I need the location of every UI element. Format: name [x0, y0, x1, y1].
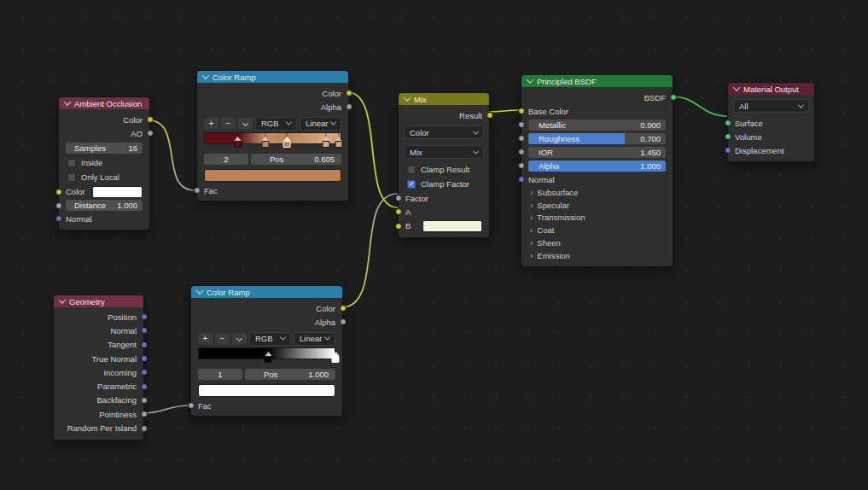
socket-ior-input[interactable] [518, 149, 525, 155]
b-color-swatch[interactable] [422, 220, 482, 232]
roughness-slider[interactable]: Roughness 0.700 [528, 133, 666, 144]
input-label: Normal [66, 214, 92, 224]
active-stop-color-swatch[interactable] [198, 384, 335, 397]
socket-result-output[interactable] [486, 112, 493, 119]
active-stop-index-field[interactable]: 1 [198, 369, 242, 380]
socket-color-output[interactable] [346, 90, 352, 96]
node-color-ramp-bottom[interactable]: Color Ramp Color Alpha + − RGB Linear 1 … [190, 285, 343, 417]
remove-stop-button[interactable]: − [215, 333, 230, 344]
node-editor-canvas[interactable]: Ambient Occlusion Color AO Samples 16 In… [0, 0, 868, 490]
socket-bsdf-output[interactable] [670, 94, 677, 101]
socket-parametric-output[interactable] [141, 383, 148, 390]
data-type-dropdown[interactable]: Color [404, 125, 484, 139]
output-target-dropdown[interactable]: All [733, 99, 809, 113]
socket-incoming-output[interactable] [141, 369, 148, 376]
collapse-chevron-icon[interactable] [202, 72, 209, 79]
interpolation-dropdown[interactable]: Linear [294, 332, 335, 346]
socket-alpha-input[interactable] [518, 162, 525, 169]
socket-b-input[interactable] [395, 223, 402, 230]
samples-field[interactable]: Samples 16 [66, 143, 143, 154]
output-label: Color [198, 304, 335, 313]
metallic-slider[interactable]: Metallic 0.000 [528, 120, 666, 131]
socket-fac-input[interactable] [194, 187, 201, 194]
ramp-menu-button[interactable] [238, 118, 253, 129]
section-subsurface[interactable]: ›Subsurface [521, 186, 673, 199]
socket-displacement-input[interactable] [725, 147, 731, 154]
socket-volume-input[interactable] [725, 133, 731, 140]
socket-roughness-input[interactable] [518, 135, 525, 142]
color-swatch[interactable] [92, 186, 143, 198]
ior-slider[interactable]: IOR 1.450 [528, 147, 666, 158]
collapse-chevron-icon[interactable] [196, 287, 203, 294]
color-ramp-gradient[interactable] [198, 347, 335, 365]
node-mix[interactable]: Mix Result Color Mix Clamp Result ✓ Clam… [398, 92, 490, 238]
ramp-stop-marker[interactable] [233, 137, 242, 148]
socket-factor-input[interactable] [395, 195, 402, 201]
active-stop-color-swatch[interactable] [204, 169, 341, 182]
ramp-stop-marker[interactable] [331, 352, 341, 363]
color-mode-dropdown[interactable]: RGB [249, 332, 291, 346]
output-label: BSDF [528, 93, 666, 102]
add-stop-button[interactable]: + [204, 118, 218, 129]
inside-checkbox[interactable] [67, 159, 76, 167]
collapse-chevron-icon[interactable] [527, 76, 533, 83]
section-specular[interactable]: ›Specular [521, 199, 673, 212]
ramp-stop-marker[interactable] [334, 137, 343, 148]
node-principled-bsdf[interactable]: Principled BSDF BSDF Base Color Metallic… [521, 74, 673, 267]
clamp-factor-checkbox[interactable]: ✓ [407, 180, 416, 189]
blend-mode-dropdown[interactable]: Mix [404, 145, 484, 159]
only-local-checkbox[interactable] [67, 173, 76, 182]
clamp-result-checkbox[interactable] [407, 166, 416, 174]
socket-metallic-input[interactable] [518, 121, 525, 128]
collapse-chevron-icon[interactable] [404, 94, 411, 101]
socket-ao-output[interactable] [147, 130, 154, 137]
socket-pointiness-output[interactable] [141, 411, 148, 417]
socket-a-input[interactable] [395, 208, 402, 215]
socket-tangent-output[interactable] [141, 341, 148, 348]
socket-alpha-output[interactable] [346, 103, 352, 110]
collapse-chevron-icon[interactable] [733, 84, 740, 90]
ramp-stop-marker[interactable] [260, 137, 270, 148]
collapse-chevron-icon[interactable] [64, 98, 71, 105]
socket-true-normal-output[interactable] [141, 355, 148, 362]
stop-position-field[interactable]: Pos 1.000 [245, 369, 335, 380]
node-material-output[interactable]: Material Output All Surface Volume Displ… [727, 82, 815, 162]
socket-color-output[interactable] [340, 305, 347, 312]
remove-stop-button[interactable]: − [221, 118, 236, 129]
socket-position-output[interactable] [141, 313, 148, 320]
node-color-ramp-top[interactable]: Color Ramp Color Alpha + − RGB Linear 2 … [196, 70, 349, 201]
section-coat[interactable]: ›Coat [521, 224, 673, 236]
node-geometry[interactable]: Geometry Position Normal Tangent True No… [53, 295, 144, 440]
socket-color-output[interactable] [147, 116, 154, 123]
color-ramp-gradient[interactable] [204, 132, 341, 150]
section-transmission[interactable]: ›Transmission [521, 212, 673, 225]
chevron-down-icon [473, 148, 479, 154]
section-emission[interactable]: ›Emission [521, 249, 673, 262]
ramp-menu-button[interactable] [232, 333, 247, 344]
node-ambient-occlusion[interactable]: Ambient Occlusion Color AO Samples 16 In… [58, 96, 150, 230]
distance-field[interactable]: Distance 1.000 [66, 200, 143, 211]
ramp-stop-marker[interactable] [264, 352, 273, 363]
socket-base-color-input[interactable] [518, 108, 525, 114]
socket-normal-input[interactable] [518, 176, 525, 183]
interpolation-dropdown[interactable]: Linear [300, 117, 341, 131]
socket-alpha-output[interactable] [340, 318, 347, 325]
socket-surface-input[interactable] [725, 120, 731, 126]
collapse-chevron-icon[interactable] [59, 296, 66, 303]
add-stop-button[interactable]: + [198, 333, 213, 344]
ramp-stop-marker[interactable] [283, 137, 292, 148]
ramp-stop-marker[interactable] [322, 137, 331, 148]
socket-color-input[interactable] [55, 189, 62, 195]
socket-normal-output[interactable] [141, 327, 148, 334]
socket-fac-input[interactable] [188, 402, 195, 409]
input-label: A [405, 207, 411, 217]
stop-position-field[interactable]: Pos 0.605 [251, 154, 341, 165]
alpha-slider[interactable]: Alpha 1.000 [528, 160, 666, 172]
active-stop-index-field[interactable]: 2 [204, 154, 248, 165]
socket-backfacing-output[interactable] [141, 397, 148, 404]
socket-random-per-island-output[interactable] [141, 425, 148, 432]
color-mode-dropdown[interactable]: RGB [255, 117, 297, 131]
socket-distance-input[interactable] [55, 202, 62, 209]
socket-normal-input[interactable] [55, 215, 62, 222]
section-sheen[interactable]: ›Sheen [521, 236, 673, 249]
